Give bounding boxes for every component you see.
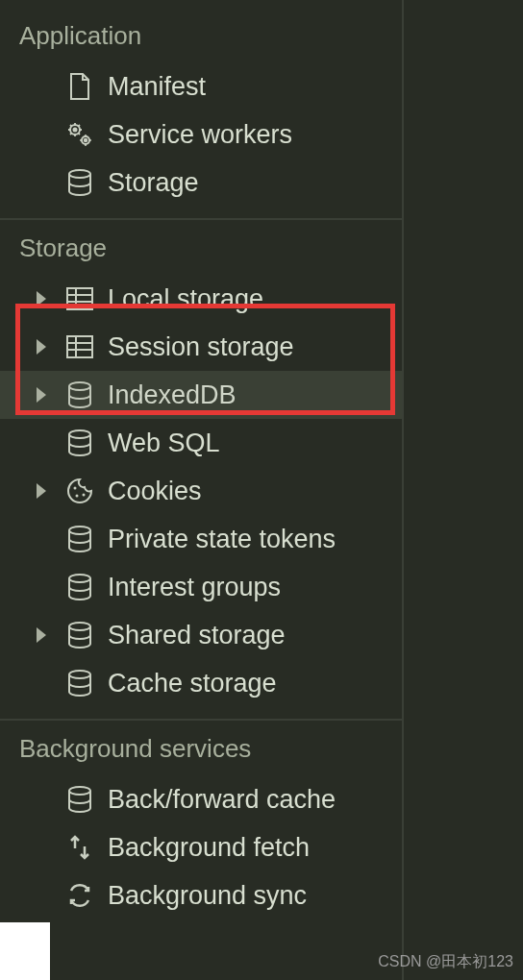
tree-item-back-forward-cache[interactable]: Back/forward cache	[0, 775, 402, 823]
svg-point-15	[74, 487, 77, 490]
gears-icon	[62, 120, 98, 149]
tree-item-cookies[interactable]: Cookies	[0, 467, 402, 515]
database-icon	[62, 525, 98, 553]
fetch-icon	[62, 833, 98, 862]
svg-point-19	[69, 575, 90, 582]
svg-point-16	[76, 495, 79, 498]
item-label: Shared storage	[108, 621, 402, 650]
database-icon	[62, 380, 98, 409]
section-application: Application Manifest Service workers Sto…	[0, 8, 402, 220]
devtools-sidebar: Application Manifest Service workers Sto…	[0, 0, 404, 980]
item-label: Private state tokens	[108, 525, 402, 554]
tree-item-background-fetch[interactable]: Background fetch	[0, 823, 402, 871]
database-icon	[62, 573, 98, 601]
database-icon	[62, 669, 98, 698]
expand-arrow-icon	[37, 291, 46, 306]
expand-arrow-icon	[37, 627, 46, 643]
item-label: Interest groups	[108, 573, 402, 602]
tree-item-websql[interactable]: Web SQL	[0, 419, 402, 467]
database-icon	[62, 429, 98, 457]
svg-point-13	[69, 382, 90, 390]
item-label: Local storage	[108, 284, 402, 314]
svg-point-3	[85, 139, 87, 141]
item-label: Background fetch	[108, 833, 402, 863]
item-label: Cache storage	[108, 669, 402, 698]
section-storage: Storage Local storage Session storage In…	[0, 220, 402, 721]
item-label: Storage	[108, 168, 402, 198]
tree-item-indexeddb[interactable]: IndexedDB	[0, 371, 402, 419]
svg-point-21	[69, 671, 90, 678]
item-label: Web SQL	[108, 429, 402, 458]
svg-point-17	[83, 494, 86, 497]
section-title-application: Application	[0, 8, 402, 62]
document-icon	[62, 72, 98, 101]
tree-item-private-state-tokens[interactable]: Private state tokens	[0, 515, 402, 563]
tree-item-background-sync[interactable]: Background sync	[0, 871, 402, 919]
expand-arrow-icon	[37, 387, 46, 403]
tree-item-shared-storage[interactable]: Shared storage	[0, 611, 402, 659]
section-background-services: Background services Back/forward cache B…	[0, 721, 402, 931]
svg-point-1	[74, 129, 77, 132]
tree-item-service-workers[interactable]: Service workers	[0, 110, 402, 159]
tree-item-session-storage[interactable]: Session storage	[0, 323, 402, 371]
tree-item-storage[interactable]: Storage	[0, 159, 402, 207]
table-icon	[62, 286, 98, 311]
tree-item-interest-groups[interactable]: Interest groups	[0, 563, 402, 611]
section-title-background: Background services	[0, 721, 402, 775]
item-label: Back/forward cache	[108, 785, 402, 815]
section-title-storage: Storage	[0, 220, 402, 275]
database-icon	[62, 168, 98, 197]
expand-arrow-icon	[37, 339, 46, 355]
item-label: Background sync	[108, 881, 402, 911]
item-label: IndexedDB	[108, 380, 402, 410]
database-icon	[62, 621, 98, 649]
tree-item-local-storage[interactable]: Local storage	[0, 275, 402, 323]
svg-point-22	[69, 787, 90, 795]
expand-arrow-icon	[37, 483, 46, 499]
svg-rect-5	[67, 288, 92, 309]
tree-item-manifest[interactable]: Manifest	[0, 62, 402, 110]
svg-point-20	[69, 623, 90, 630]
item-label: Manifest	[108, 72, 402, 102]
svg-point-18	[69, 527, 90, 534]
item-label: Service workers	[108, 120, 402, 150]
svg-rect-9	[67, 336, 92, 357]
item-label: Cookies	[108, 477, 402, 506]
cookie-icon	[62, 477, 98, 505]
watermark-text: CSDN @田本初123	[378, 952, 513, 972]
database-icon	[62, 785, 98, 814]
table-icon	[62, 334, 98, 359]
sync-icon	[62, 881, 98, 910]
tree-item-cache-storage[interactable]: Cache storage	[0, 659, 402, 707]
svg-point-14	[69, 430, 90, 438]
svg-point-4	[69, 170, 90, 178]
item-label: Session storage	[108, 332, 402, 362]
white-corner-overlay	[0, 922, 50, 980]
